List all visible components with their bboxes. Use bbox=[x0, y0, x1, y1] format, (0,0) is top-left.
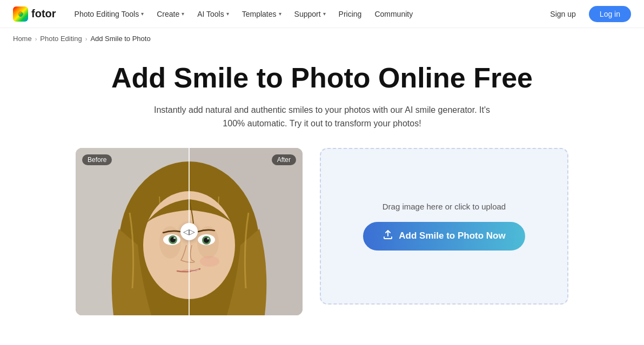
upload-icon bbox=[383, 229, 393, 243]
nav-items: Photo Editing Tools ▾ Create ▾ AI Tools … bbox=[69, 6, 544, 22]
chevron-down-icon: ▾ bbox=[226, 11, 229, 17]
breadcrumb: Home › Photo Editing › Add Smile to Phot… bbox=[0, 28, 644, 49]
nav-templates[interactable]: Templates ▾ bbox=[237, 6, 287, 22]
before-after-container: Before After bbox=[76, 148, 303, 315]
chevron-down-icon: ▾ bbox=[323, 11, 326, 17]
breadcrumb-home[interactable]: Home bbox=[13, 35, 32, 43]
navbar: fotor Photo Editing Tools ▾ Create ▾ AI … bbox=[0, 0, 644, 28]
svg-point-14 bbox=[173, 237, 176, 239]
svg-point-18 bbox=[207, 238, 209, 239]
before-label: Before bbox=[82, 154, 112, 165]
nav-ai-tools[interactable]: AI Tools ▾ bbox=[192, 6, 234, 22]
chevron-down-icon: ▾ bbox=[141, 11, 144, 17]
nav-pricing[interactable]: Pricing bbox=[333, 6, 367, 22]
nav-create[interactable]: Create ▾ bbox=[151, 6, 190, 22]
logo-text: fotor bbox=[31, 8, 56, 20]
fotor-logo-icon bbox=[13, 6, 28, 22]
breadcrumb-photo-editing[interactable]: Photo Editing bbox=[40, 35, 82, 43]
nav-community[interactable]: Community bbox=[369, 6, 418, 22]
breadcrumb-current: Add Smile to Photo bbox=[90, 35, 150, 43]
nav-support[interactable]: Support ▾ bbox=[289, 6, 331, 22]
nav-photo-editing-tools[interactable]: Photo Editing Tools ▾ bbox=[69, 6, 150, 22]
after-label: After bbox=[272, 154, 296, 165]
main-content: Before After bbox=[0, 148, 644, 337]
chevron-down-icon: ▾ bbox=[279, 11, 281, 17]
breadcrumb-sep-1: › bbox=[35, 36, 37, 42]
chevron-down-icon: ▾ bbox=[182, 11, 184, 17]
upload-drag-text: Drag image here or click to upload bbox=[383, 202, 506, 211]
svg-point-19 bbox=[200, 256, 219, 267]
before-after-drag-handle[interactable]: ◁▷ bbox=[180, 223, 198, 240]
signup-button[interactable]: Sign up bbox=[544, 6, 582, 22]
hero-title: Add Smile to Photo Online Free bbox=[13, 62, 631, 94]
breadcrumb-sep-2: › bbox=[85, 36, 88, 42]
hero-subtitle: Instantly add natural and authentic smil… bbox=[149, 103, 495, 131]
drag-arrows-icon: ◁▷ bbox=[183, 227, 195, 236]
add-smile-button[interactable]: Add Smile to Photo Now bbox=[363, 222, 525, 251]
hero-section: Add Smile to Photo Online Free Instantly… bbox=[0, 49, 644, 148]
upload-panel[interactable]: Drag image here or click to upload Add S… bbox=[320, 148, 568, 305]
logo[interactable]: fotor bbox=[13, 6, 56, 22]
nav-actions: Sign up Log in bbox=[544, 6, 631, 22]
login-button[interactable]: Log in bbox=[589, 6, 631, 22]
